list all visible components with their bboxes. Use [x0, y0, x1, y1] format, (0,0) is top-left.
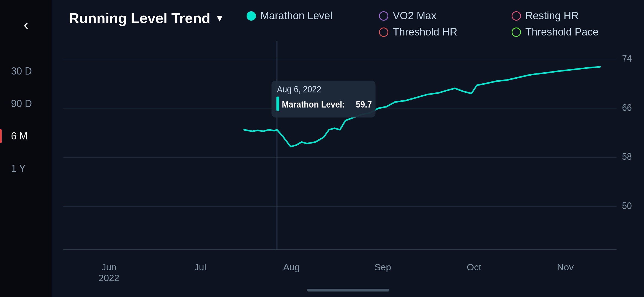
svg-rect-12: [276, 97, 279, 111]
legend-marathon: Marathon Level: [247, 10, 362, 22]
svg-text:59.7: 59.7: [356, 99, 372, 110]
back-icon: ‹: [24, 16, 28, 33]
chart-container[interactable]: 74 66 58 50 Aug 6, 2022 Marathon Level:: [52, 41, 644, 289]
main-content: Running Level Trend ▼ Marathon Level VO2…: [52, 0, 644, 297]
title-group: Running Level Trend ▼: [69, 10, 225, 26]
threshold-hr-dot: [379, 28, 388, 37]
vo2max-label: VO2 Max: [393, 10, 436, 22]
back-button[interactable]: ‹: [0, 11, 52, 38]
x-label-oct: Oct: [429, 262, 520, 283]
legend-vo2max: VO2 Max: [379, 10, 495, 22]
marathon-dot: [247, 11, 256, 21]
threshold-pace-dot: [512, 28, 521, 37]
resting-hr-label: Resting HR: [525, 10, 579, 22]
header: Running Level Trend ▼ Marathon Level VO2…: [52, 0, 644, 41]
svg-text:74: 74: [622, 53, 632, 64]
x-label-sep: Sep: [337, 262, 429, 283]
threshold-pace-label: Threshold Pace: [525, 26, 599, 38]
time-filter-group: 30 D 90 D 6 M 1 Y: [0, 55, 52, 185]
marathon-label: Marathon Level: [260, 10, 332, 22]
x-label-nov: Nov: [520, 262, 611, 283]
scroll-bar: [307, 289, 389, 292]
svg-text:58: 58: [622, 151, 632, 162]
svg-text:Marathon Level:: Marathon Level:: [282, 99, 345, 110]
page-title: Running Level Trend: [69, 10, 210, 26]
bottom-indicator: [52, 289, 644, 297]
filter-90d[interactable]: 90 D: [0, 87, 52, 120]
filter-30d[interactable]: 30 D: [0, 55, 52, 87]
filter-6m[interactable]: 6 M: [0, 120, 52, 152]
x-label-jun: Jun 2022: [63, 262, 155, 283]
resting-hr-dot: [512, 11, 521, 21]
legend-resting-hr: Resting HR: [512, 10, 627, 22]
x-label-jul: Jul: [155, 262, 246, 283]
svg-text:Aug 6, 2022: Aug 6, 2022: [277, 84, 321, 94]
legend-threshold-hr: Threshold HR: [379, 26, 495, 38]
chart-legend: Marathon Level VO2 Max Resting HR Thresh…: [247, 10, 627, 38]
dropdown-icon[interactable]: ▼: [215, 12, 225, 24]
chart-svg: 74 66 58 50 Aug 6, 2022 Marathon Level:: [63, 41, 638, 262]
filter-1y[interactable]: 1 Y: [0, 152, 52, 185]
chart-body: 74 66 58 50 Aug 6, 2022 Marathon Level:: [63, 41, 638, 262]
sidebar: ‹ 30 D 90 D 6 M 1 Y: [0, 0, 52, 297]
x-label-aug: Aug: [246, 262, 337, 283]
vo2max-dot: [379, 11, 388, 21]
x-axis: Jun 2022 Jul Aug Sep Oct Nov: [58, 262, 638, 289]
svg-text:66: 66: [622, 102, 632, 113]
threshold-hr-label: Threshold HR: [393, 26, 457, 38]
legend-threshold-pace: Threshold Pace: [512, 26, 627, 38]
svg-text:50: 50: [622, 200, 632, 211]
